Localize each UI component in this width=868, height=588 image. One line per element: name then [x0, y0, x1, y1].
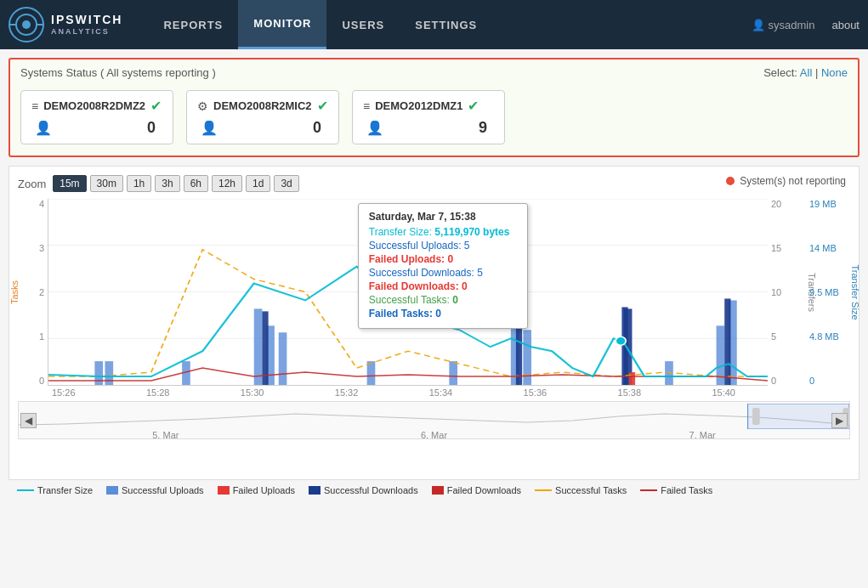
nav: REPORTS MONITOR USERS SETTINGS [148, 0, 751, 49]
nav-scroll-left[interactable]: ◀ [20, 413, 37, 428]
system-card-3-body: 👤 9 [363, 119, 494, 137]
svg-rect-27 [724, 298, 730, 385]
y-axis-left: 4 3 2 1 0 Tasks [18, 199, 48, 386]
legend-transfer-size: Transfer Size [17, 485, 93, 495]
nav-reports[interactable]: REPORTS [148, 0, 238, 49]
svg-rect-16 [449, 361, 457, 385]
system-card-2-header: ⚙ DEMO2008R2MIC2 ✔ [197, 98, 328, 114]
system-check-1: ✔ [150, 98, 162, 114]
user-icon-1: 👤 [35, 120, 52, 136]
svg-rect-14 [279, 332, 287, 385]
legend-failed-downloads: Failed Downloads [432, 485, 521, 495]
tooltip-failed-uploads: Failed Uploads: 0 [369, 253, 517, 265]
systems-header: Systems Status ( All systems reporting )… [20, 66, 848, 79]
legend-color-failed-tasks [640, 489, 657, 491]
legend-label-failed-tasks: Failed Tasks [661, 485, 712, 495]
systems-title: Systems Status ( All systems reporting ) [20, 66, 216, 79]
system-check-2: ✔ [317, 98, 328, 114]
nav-scroll-right[interactable]: ▶ [831, 413, 848, 428]
tooltip-transfer-size: Transfer Size: 5,119,970 bytes [369, 226, 517, 238]
red-dot-icon [726, 177, 735, 185]
tooltip-failed-downloads: Failed Downloads: 0 [369, 280, 517, 292]
nav-settings[interactable]: SETTINGS [400, 0, 492, 49]
svg-rect-18 [523, 330, 531, 385]
zoom-bar: Zoom 15m 30m 1h 3h 6h 12h 1d 3d [18, 175, 850, 192]
nav-about[interactable]: about [831, 19, 859, 31]
nav-right: sysadmin about [752, 19, 859, 31]
svg-rect-10 [105, 361, 113, 385]
y-axis-right: 20 15 10 5 0 Transfers [768, 199, 806, 386]
system-card-3[interactable]: ≡ DEMO2012DMZ1 ✔ 👤 9 [352, 90, 505, 144]
logo-line2: ANALYTICS [51, 27, 122, 37]
system-card-1[interactable]: ≡ DEMO2008R2DMZ2 ✔ 👤 0 [20, 90, 173, 144]
svg-rect-12 [254, 308, 263, 385]
header: IPSWITCH ANALYTICS REPORTS MONITOR USERS… [0, 0, 868, 49]
system-count-2: 0 [313, 119, 328, 137]
gear-icon-2: ⚙ [197, 99, 208, 113]
system-count-1: 0 [147, 119, 162, 137]
legend-label-failed-downloads: Failed Downloads [447, 485, 521, 495]
system-name-1: DEMO2008R2DMZ2 [43, 99, 145, 112]
zoom-1h[interactable]: 1h [127, 175, 151, 192]
x-axis: 15:26 15:28 15:30 15:32 15:34 15:36 15:3… [18, 386, 850, 398]
chart-area: System(s) not reporting Zoom 15m 30m 1h … [9, 166, 859, 480]
chart-tooltip: Saturday, Mar 7, 15:38 Transfer Size: 5,… [358, 203, 528, 329]
nav-user[interactable]: sysadmin [752, 19, 815, 31]
zoom-3h[interactable]: 3h [155, 175, 179, 192]
nav-users[interactable]: USERS [326, 0, 400, 49]
select-label: Select: [763, 66, 797, 79]
legend-successful-downloads: Successful Downloads [309, 485, 418, 495]
systems-cards: ≡ DEMO2008R2DMZ2 ✔ 👤 0 ⚙ DEMO2008R2MIC2 … [20, 86, 848, 149]
zoom-3d[interactable]: 3d [274, 175, 298, 192]
systems-status: Systems Status ( All systems reporting )… [9, 58, 859, 157]
legend-color-transfer-size [17, 489, 34, 491]
legend-successful-tasks: Successful Tasks [535, 485, 627, 495]
system-card-2[interactable]: ⚙ DEMO2008R2MIC2 ✔ 👤 0 [186, 90, 339, 144]
mini-nav-dates: 5. Mar 6. Mar 7. Mar [19, 430, 849, 439]
tooltip-successful-downloads: Successful Downloads: 5 [369, 267, 517, 279]
select-none-link[interactable]: None [821, 66, 848, 79]
system-name-2: DEMO2008R2MIC2 [213, 99, 312, 112]
svg-rect-23 [629, 372, 635, 385]
tooltip-failed-tasks: Failed Tasks: 0 [369, 308, 517, 319]
server-icon-1: ≡ [31, 99, 38, 113]
chart-inner: Saturday, Mar 7, 15:38 Transfer Size: 5,… [48, 199, 768, 386]
system-card-3-header: ≡ DEMO2012DMZ1 ✔ [363, 98, 494, 114]
select-all-link[interactable]: All [800, 66, 812, 79]
user-icon-2: 👤 [201, 120, 218, 136]
tooltip-successful-uploads: Successful Uploads: 5 [369, 240, 517, 252]
chart-not-reporting: System(s) not reporting [726, 175, 846, 187]
chart-with-axes: 4 3 2 1 0 Tasks [18, 199, 850, 386]
zoom-1d[interactable]: 1d [246, 175, 270, 192]
system-card-2-body: 👤 0 [197, 119, 328, 137]
y-axis-left-label: Tasks [9, 280, 20, 304]
zoom-30m[interactable]: 30m [90, 175, 123, 192]
chart-legend: Transfer Size Successful Uploads Failed … [9, 480, 859, 500]
legend-color-successful-uploads [106, 486, 118, 495]
legend-successful-uploads: Successful Uploads [106, 485, 204, 495]
nav-monitor[interactable]: MONITOR [238, 0, 326, 49]
mini-navigator[interactable]: 5. Mar 6. Mar 7. Mar ◀ ▶ [18, 401, 850, 439]
system-card-1-body: 👤 0 [31, 119, 162, 137]
legend-label-successful-downloads: Successful Downloads [324, 485, 418, 495]
zoom-12h[interactable]: 12h [212, 175, 242, 192]
logo-icon [9, 7, 44, 42]
svg-rect-30 [752, 408, 760, 425]
y-axis-right2: 19 MB 14 MB 9.5 MB 4.8 MB 0 Transfer Siz… [806, 199, 850, 386]
system-check-3: ✔ [468, 98, 479, 114]
legend-label-transfer-size: Transfer Size [37, 485, 93, 495]
y-axis-right2-label: Transfer Size [849, 264, 859, 319]
zoom-label: Zoom [18, 178, 46, 190]
zoom-6h[interactable]: 6h [184, 175, 208, 192]
legend-color-failed-uploads [218, 486, 230, 495]
legend-label-successful-uploads: Successful Uploads [122, 485, 204, 495]
mini-nav-svg [19, 404, 849, 429]
logo-text: IPSWITCH ANALYTICS [51, 12, 122, 37]
legend-color-successful-downloads [309, 486, 321, 495]
legend-label-failed-uploads: Failed Uploads [233, 485, 295, 495]
legend-color-successful-tasks [535, 489, 552, 491]
legend-failed-uploads: Failed Uploads [218, 485, 295, 495]
legend-color-failed-downloads [432, 486, 444, 495]
tooltip-successful-tasks: Successful Tasks: 0 [369, 294, 517, 306]
zoom-15m[interactable]: 15m [53, 175, 86, 192]
